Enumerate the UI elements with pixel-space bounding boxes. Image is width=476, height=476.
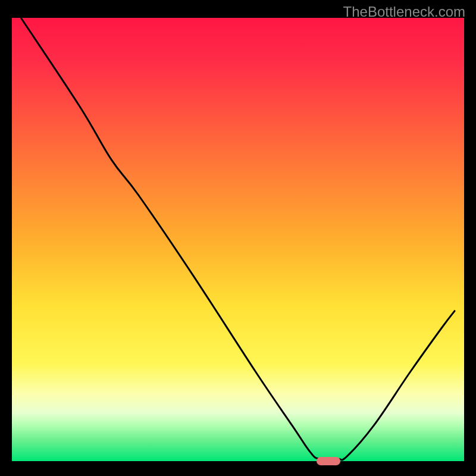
bottleneck-chart [0,0,476,476]
chart-container: TheBottleneck.com [0,0,476,476]
watermark-text: TheBottleneck.com [343,4,465,20]
plot-background [12,18,464,461]
optimal-marker [317,457,340,465]
